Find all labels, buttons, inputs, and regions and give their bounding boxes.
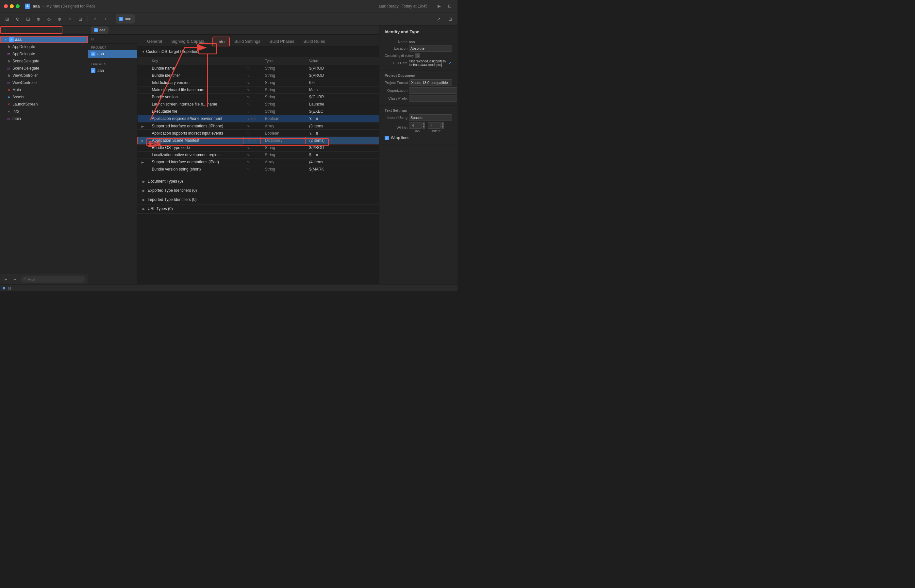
toolbar-icon-btn-2[interactable]: ⊡ xyxy=(24,15,33,24)
table-row[interactable]: Launch screen interface file b... name ⇅… xyxy=(137,101,379,108)
table-row[interactable]: Bundle version string (short) ⇅ String $… xyxy=(137,166,379,173)
toolbar-icon-btn-3[interactable]: ⊕ xyxy=(34,15,43,24)
stepper-cell[interactable]: ⇅⊕⊖ xyxy=(243,115,261,123)
class-prefix-input[interactable] xyxy=(409,95,457,102)
sidebar-item-main-m[interactable]: m main xyxy=(0,115,88,122)
table-row[interactable]: Bundle identifier ⇅ String $(PROD xyxy=(137,72,379,79)
tab-info[interactable]: Info xyxy=(212,37,230,46)
tab-stepper[interactable]: ▲ ▼ xyxy=(422,122,425,129)
nav-prev-button[interactable]: ‹ xyxy=(91,15,100,24)
indent-width-input[interactable] xyxy=(428,122,441,129)
target-item-aaa[interactable]: A aaa xyxy=(88,67,137,74)
nav-next-button[interactable]: › xyxy=(101,15,110,24)
minimize-button[interactable] xyxy=(10,4,14,8)
expand-cell[interactable]: ▶ xyxy=(137,137,148,144)
wrap-lines-checkbox[interactable]: ✓ xyxy=(385,136,389,140)
stepper-cell[interactable]: ⇅ xyxy=(243,72,261,79)
expand-cell[interactable]: ▶ xyxy=(137,158,148,166)
tab-build-rules[interactable]: Build Rules xyxy=(299,37,330,46)
status-bar-button[interactable]: ⊡ xyxy=(8,286,11,291)
sidebar-item-scenedelegate-h[interactable]: h SceneDelegate xyxy=(0,58,88,65)
sidebar-item-aaa-root[interactable]: ▾ A aaa xyxy=(0,36,88,43)
sidebar-item-viewcontroller-m[interactable]: m ViewController xyxy=(0,79,88,86)
sidebar-item-assets[interactable]: A Assets xyxy=(0,94,88,101)
sidebar-toggle-button[interactable]: ⊡ xyxy=(446,2,454,10)
table-row[interactable]: Bundle OS Type code ⇅ String $(PROD xyxy=(137,144,379,151)
table-row[interactable]: Application requires iPhone environment … xyxy=(137,115,379,123)
stepper-cell[interactable]: ⇅ xyxy=(243,166,261,173)
sidebar-item-scenedelegate-m[interactable]: m SceneDelegate xyxy=(0,65,88,72)
table-row[interactable]: ▶ Supported interface orientations (iPad… xyxy=(137,158,379,166)
expand-cell[interactable]: ▶ xyxy=(137,123,148,130)
stepper-cell[interactable]: ⇅ xyxy=(243,151,261,158)
file-tab-aaa[interactable]: A aaa xyxy=(91,26,108,34)
active-file-tab[interactable]: A aaa xyxy=(116,15,135,24)
stepper-cell[interactable]: ⇅ xyxy=(243,158,261,166)
tab-signing[interactable]: Signing & Capabi... xyxy=(167,37,212,46)
stepper-cell[interactable]: ⇅ xyxy=(243,65,261,72)
close-button[interactable] xyxy=(4,4,8,8)
document-types-row[interactable]: ▶ Document Types (0) xyxy=(137,177,379,186)
toolbar-icon-btn-1[interactable]: ⊙ xyxy=(13,15,22,24)
stepper-cell[interactable]: ⇅ xyxy=(243,86,261,94)
project-item-aaa[interactable]: A aaa xyxy=(88,50,137,58)
indent-width-down[interactable]: ▼ xyxy=(441,126,444,129)
tab-width-input[interactable] xyxy=(409,122,422,129)
table-row[interactable]: Main storyboard file base nam... ⇅ Strin… xyxy=(137,86,379,94)
value-col-header: Value xyxy=(305,57,379,65)
sidebar-item-appdelegate-m[interactable]: m AppDelegate xyxy=(0,50,88,58)
stepper-cell[interactable]: ⇅ xyxy=(243,101,261,108)
stepper-cell[interactable]: ⇅⊕⊖ xyxy=(243,137,261,144)
sidebar-item-main[interactable]: ✕ Main xyxy=(0,86,88,94)
indent-using-select[interactable]: Spaces xyxy=(409,114,452,121)
remove-file-button[interactable]: − xyxy=(12,276,18,283)
value-cell: (4 items xyxy=(305,158,379,166)
sidebar-item-viewcontroller-h[interactable]: h ViewController xyxy=(0,72,88,79)
sidebar-item-info[interactable]: ≡ Info xyxy=(0,108,88,115)
table-row-application-scene-manifest[interactable]: ▶ Application Scene Manifest ⇅⊕⊖ Diction… xyxy=(137,137,379,144)
exported-types-row[interactable]: ▶ Exported Type Identifiers (0) xyxy=(137,186,379,195)
table-row[interactable]: Bundle name ⇅ String $(PROD xyxy=(137,65,379,72)
organization-input[interactable] xyxy=(409,87,457,94)
stepper-cell[interactable]: ⇅ xyxy=(243,94,261,101)
add-file-button[interactable]: + xyxy=(3,276,9,283)
tab-build-phases[interactable]: Build Phases xyxy=(265,37,299,46)
toolbar-icon-btn-5[interactable]: ⊕ xyxy=(55,15,64,24)
toolbar-icon-btn-7[interactable]: ⊡ xyxy=(76,15,85,24)
table-row[interactable]: Application supports indirect input even… xyxy=(137,130,379,137)
inspector-toggle-button[interactable]: ⊡ xyxy=(446,15,455,24)
table-row[interactable]: ▶ Supported interface orientations (iPho… xyxy=(137,123,379,130)
table-row[interactable]: Localization native development region ⇅… xyxy=(137,151,379,158)
sidebar-item-launchscreen[interactable]: ✕ LaunchScreen xyxy=(0,101,88,108)
tab-width-down[interactable]: ▼ xyxy=(422,126,425,129)
table-row[interactable]: InfoDictionary version ⇅ String 6.0 xyxy=(137,79,379,86)
project-format-select[interactable]: Xcode 13.0-compatible xyxy=(409,79,452,86)
stepper-cell[interactable]: ⇅ xyxy=(243,130,261,137)
full-path-field: Full Path /Users/chhe/Desktop/test/test/… xyxy=(385,60,452,67)
navigator-toggle-button[interactable]: ⊞ xyxy=(3,15,12,24)
table-row[interactable]: Bundle version ⇅ String $(CURR xyxy=(137,94,379,101)
indent-stepper[interactable]: ▲ ▼ xyxy=(441,122,444,129)
tab-width-up[interactable]: ▲ xyxy=(422,122,425,126)
stepper-cell[interactable]: ⇅ xyxy=(243,108,261,115)
containing-dir-button[interactable]: ⊡ xyxy=(415,53,420,58)
stepper-cell[interactable]: ⇅ xyxy=(243,123,261,130)
filter-box[interactable]: ⊙ Filter xyxy=(21,276,85,283)
toolbar-icon-btn-6[interactable]: ≡ xyxy=(65,15,74,24)
location-select[interactable]: Absolute xyxy=(409,45,452,52)
toolbar-icon-btn-4[interactable]: ◇ xyxy=(44,15,53,24)
imported-types-row[interactable]: ▶ Imported Type Identifiers (0) xyxy=(137,195,379,205)
maximize-button[interactable] xyxy=(16,4,19,8)
tab-build-settings[interactable]: Build Settings xyxy=(230,37,265,46)
share-button[interactable]: ↗ xyxy=(434,15,443,24)
stepper-cell[interactable]: ⇅ xyxy=(243,79,261,86)
run-button[interactable]: ▶ xyxy=(435,2,443,10)
sidebar-item-appdelegate-h[interactable]: h AppDelegate xyxy=(0,43,88,50)
table-row[interactable]: Executable file ⇅ String $(EXEC xyxy=(137,108,379,115)
stepper-cell[interactable]: ⇅ xyxy=(243,144,261,151)
indent-width-up[interactable]: ▲ xyxy=(441,122,444,126)
custom-properties-header[interactable]: ▾ Custom iOS Target Properties xyxy=(137,46,379,57)
reveal-path-button[interactable]: ↗ xyxy=(448,61,452,65)
tab-general[interactable]: General xyxy=(142,37,167,46)
url-types-row[interactable]: ▶ URL Types (0) xyxy=(137,205,379,214)
